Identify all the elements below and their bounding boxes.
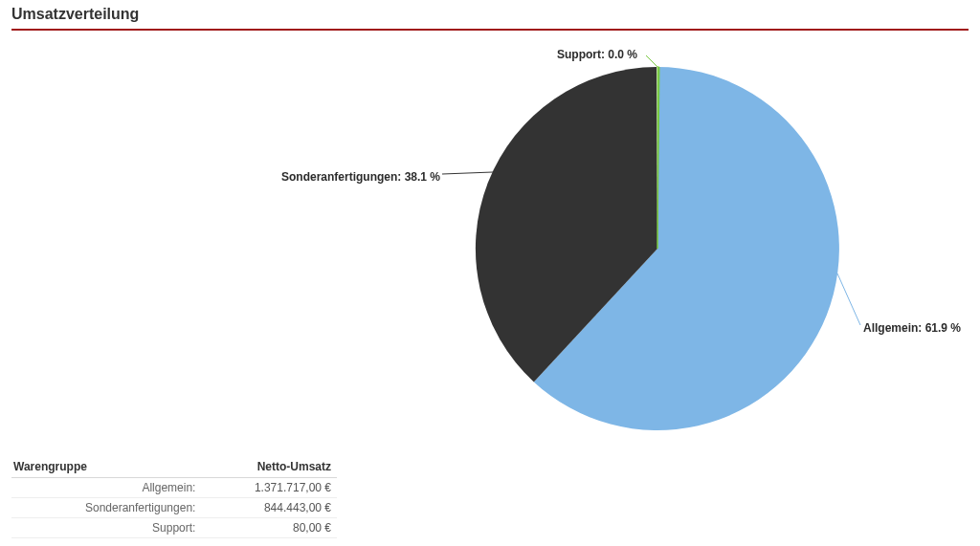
col-header-umsatz: Netto-Umsatz bbox=[201, 456, 337, 478]
table-row: Support: 80,00 € bbox=[11, 518, 337, 538]
data-table: Warengruppe Netto-Umsatz Allgemein: 1.37… bbox=[11, 456, 337, 538]
row-value: 80,00 € bbox=[201, 518, 337, 538]
table-row: Sonderanfertigungen: 844.443,00 € bbox=[11, 498, 337, 518]
col-header-warengruppe: Warengruppe bbox=[11, 456, 201, 478]
title-rule bbox=[11, 29, 969, 31]
page-title: Umsatzverteilung bbox=[11, 0, 969, 29]
leader-sonder bbox=[442, 172, 493, 174]
row-value: 1.371.717,00 € bbox=[201, 478, 337, 498]
row-label: Allgemein: bbox=[11, 478, 201, 498]
slice-label-sonder: Sonderanfertigungen: 38.1 % bbox=[281, 170, 440, 184]
row-label: Sonderanfertigungen: bbox=[11, 498, 201, 518]
row-value: 844.443,00 € bbox=[201, 498, 337, 518]
leader-allgemein bbox=[837, 273, 860, 325]
pie-chart: Support: 0.0 % Allgemein: 61.9 % Sondera… bbox=[11, 38, 969, 440]
row-label: Support: bbox=[11, 518, 201, 538]
table-header-row: Warengruppe Netto-Umsatz bbox=[11, 456, 337, 478]
slice-label-support: Support: 0.0 % bbox=[557, 48, 637, 61]
slice-label-allgemein: Allgemein: 61.9 % bbox=[863, 321, 961, 335]
leader-support bbox=[646, 55, 657, 67]
table-row: Allgemein: 1.371.717,00 € bbox=[11, 478, 337, 498]
pie-svg bbox=[11, 38, 969, 440]
